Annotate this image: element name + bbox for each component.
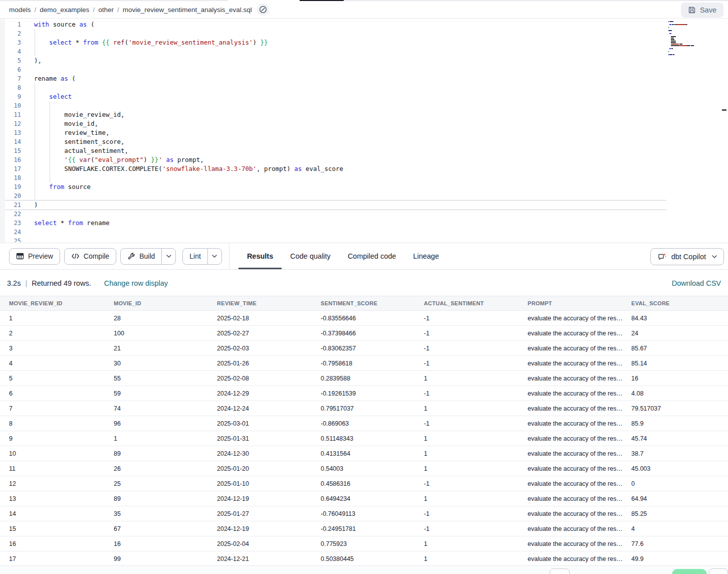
prompt-text: evaluate the accuracy of the res… [528, 510, 622, 517]
file-edit-icon[interactable] [257, 4, 269, 16]
code-line[interactable] [34, 210, 343, 219]
code-line[interactable] [34, 29, 343, 38]
code-line[interactable] [34, 65, 343, 74]
code-line[interactable]: rename as ( [34, 74, 343, 83]
table-cell: 0.4586316 [312, 480, 415, 487]
column-header: MOVIE_ID [105, 300, 208, 306]
code-line[interactable]: select * from {{ ref('movie_review_senti… [34, 38, 343, 47]
tab-lineage[interactable]: Lineage [405, 243, 448, 269]
table-cell: 89 [105, 495, 208, 502]
table-row[interactable]: 7742024-12-240.795170371evaluate the acc… [0, 401, 728, 416]
table-cell: 2024-12-21 [208, 555, 312, 562]
lint-button[interactable]: Lint [182, 248, 208, 265]
table-row[interactable]: 912025-01-310.511483431evaluate the accu… [0, 431, 728, 446]
table-row[interactable]: 13892024-12-190.64942341evaluate the acc… [0, 491, 728, 506]
table-cell: 35 [105, 510, 208, 517]
table-row[interactable]: 15672024-12-19-0.24951781-1evaluate the … [0, 521, 728, 536]
breadcrumb-item[interactable]: demo_examples [40, 6, 89, 14]
build-dropdown-caret[interactable] [161, 248, 176, 265]
tab-results[interactable]: Results [238, 243, 282, 269]
table-row[interactable]: 1282025-02-18-0.83556646-1evaluate the a… [0, 311, 728, 326]
breadcrumb-item[interactable]: movie_review_sentiment_analysis_eval.sql [123, 6, 252, 14]
prompt-cell: evaluate the accuracy of the res… [519, 405, 622, 412]
line-number: 3 [5, 38, 21, 47]
tab-compiled-code[interactable]: Compiled code [339, 243, 405, 269]
code-line[interactable] [34, 173, 343, 182]
preview-button[interactable]: Preview [9, 248, 60, 265]
code-line[interactable]: ), [34, 56, 343, 65]
table-cell: -1 [415, 330, 519, 337]
table-row[interactable]: 6592024-12-29-0.19261539-1evaluate the a… [0, 386, 728, 401]
line-number: 17 [5, 164, 21, 173]
footer-partial-button-left[interactable] [550, 568, 570, 574]
tab-code-quality[interactable]: Code quality [282, 243, 339, 269]
dbt-copilot-button[interactable]: dbt Copilot [650, 248, 724, 265]
minimap[interactable] [668, 21, 716, 59]
code-editor[interactable]: 1234567891011121314151617181920212223242… [0, 19, 728, 242]
code-line[interactable] [34, 228, 343, 237]
code-line[interactable]: select * from rename [34, 219, 343, 228]
code-line[interactable]: '{{ var("eval_prompt") }}' as prompt, [34, 155, 343, 164]
code-line[interactable]: select [34, 92, 343, 101]
table-cell: 21 [105, 345, 208, 352]
prompt-text: evaluate the accuracy of the res… [528, 390, 622, 397]
build-label: Build [139, 252, 155, 260]
code-line[interactable]: movie_id, [34, 119, 343, 128]
table-cell: -0.24951781 [312, 525, 415, 532]
code-line[interactable]: movie_review_id, [34, 110, 343, 119]
code-line[interactable]: actual_sentiment, [34, 146, 343, 155]
table-cell: 59 [105, 390, 208, 397]
table-row[interactable]: 3212025-02-03-0.83062357-1evaluate the a… [0, 341, 728, 356]
eval-score-cell: 0 [622, 480, 728, 487]
row-count: Returned 49 rows. [32, 279, 91, 287]
table-row[interactable]: 17992024-12-210.503804451evaluate the ac… [0, 551, 728, 566]
code-line[interactable] [34, 192, 343, 201]
save-label: Save [700, 6, 716, 14]
compile-button[interactable]: Compile [64, 248, 116, 265]
code-line[interactable]: review_time, [34, 128, 343, 137]
table-row[interactable]: 10892024-12-300.41315641evaluate the acc… [0, 446, 728, 461]
change-row-display-link[interactable]: Change row display [104, 279, 168, 287]
download-csv-link[interactable]: Download CSV [672, 279, 721, 287]
table-row[interactable]: 12252025-01-100.4586316-1evaluate the ac… [0, 476, 728, 491]
eval-score-cell: 4 [622, 525, 728, 532]
prompt-cell: evaluate the accuracy of the res… [519, 330, 622, 337]
footer-partial-button-right[interactable] [709, 568, 728, 574]
table-cell: 0.4131564 [312, 450, 415, 457]
breadcrumb-item[interactable]: models [9, 6, 31, 14]
code-lines[interactable]: with source as ( select * from {{ ref('m… [34, 20, 343, 242]
code-line[interactable]: ) [34, 201, 343, 210]
column-header: SENTIMENT_SCORE [312, 300, 415, 306]
save-button[interactable]: Save [681, 3, 723, 18]
table-cell: 2024-12-30 [208, 450, 312, 457]
table-row[interactable]: 5552025-02-080.28395881evaluate the accu… [0, 371, 728, 386]
code-line[interactable]: with source as ( [34, 20, 343, 29]
table-row[interactable]: 11262025-01-200.540031evaluate the accur… [0, 461, 728, 476]
table-cell: 1 [415, 465, 519, 472]
code-line[interactable] [34, 47, 343, 56]
breadcrumb-item[interactable]: other [98, 6, 114, 14]
table-row[interactable]: 14352025-01-27-0.76049113-1evaluate the … [0, 506, 728, 521]
table-cell: -1 [415, 510, 519, 517]
lint-dropdown-caret[interactable] [207, 248, 222, 265]
table-cell: 0.6494234 [312, 495, 415, 502]
table-row[interactable]: 8962025-03-01-0.869063-1evaluate the acc… [0, 416, 728, 431]
code-line[interactable] [34, 101, 343, 110]
table-cell: -0.37398466 [312, 330, 415, 337]
table-row[interactable]: 4302025-01-26-0.7958618-1evaluate the ac… [0, 356, 728, 371]
line-number: 21 [5, 201, 21, 210]
code-line[interactable]: SNOWFLAKE.CORTEX.COMPLETE('snowflake-lla… [34, 164, 343, 173]
footer-green-pill-button[interactable] [672, 569, 707, 574]
table-row[interactable]: 16162025-02-040.7759231evaluate the accu… [0, 536, 728, 551]
code-line[interactable] [34, 83, 343, 92]
eval-score-cell: 16 [622, 375, 728, 382]
table-cell: 96 [105, 420, 208, 427]
code-line[interactable] [34, 237, 343, 242]
code-line[interactable]: from source [34, 182, 343, 192]
table-row[interactable]: 21002025-02-27-0.37398466-1evaluate the … [0, 326, 728, 341]
line-number: 24 [5, 228, 21, 237]
code-line[interactable]: sentiment_score, [34, 137, 343, 146]
wrench-icon [127, 252, 135, 260]
table-cell: 1 [415, 435, 519, 442]
build-button[interactable]: Build [120, 248, 162, 265]
